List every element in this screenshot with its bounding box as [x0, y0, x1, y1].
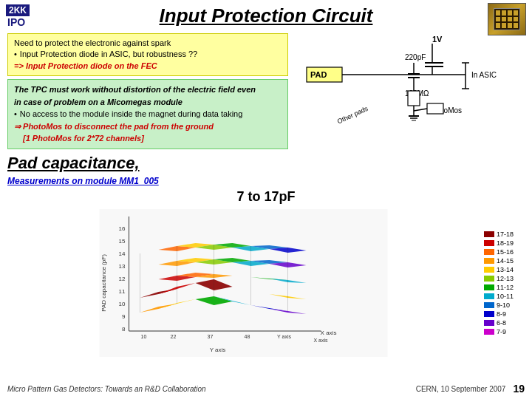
circuit-svg: 1V 220pF PAD In ASIC [296, 33, 525, 129]
legend-label: 13-14 [497, 266, 514, 273]
legend-item: 8-9 [484, 310, 525, 318]
legend-label: 11-12 [497, 284, 514, 291]
legend-label: 18-19 [497, 239, 514, 247]
bottom-section: Pad capacitance, Measurements on module … [0, 151, 532, 360]
green-line1: The TPC must work without distortion of … [14, 83, 282, 96]
legend-color-swatch [484, 320, 494, 326]
footer-left-text: Micro Pattern Gas Detectors: Towards an … [7, 385, 206, 393]
svg-rect-20 [408, 91, 420, 106]
svg-text:X axis: X axis [314, 338, 329, 343]
page-number: 19 [513, 383, 525, 395]
legend-color-swatch [484, 258, 494, 264]
chart-svg: PAD capacitance (pF) 8 9 10 11 12 13 14 … [7, 209, 480, 357]
left-column: Need to protect the electronic against s… [7, 33, 288, 149]
info-box-green: The TPC must work without distortion of … [7, 79, 288, 149]
info-box-yellow: Need to protect the electronic against s… [7, 33, 288, 76]
legend-item: 10-11 [484, 293, 525, 300]
legend-label: 15-16 [497, 248, 514, 256]
svg-text:220pF: 220pF [405, 53, 426, 61]
svg-text:8: 8 [122, 326, 126, 332]
legend-color-swatch [484, 329, 494, 335]
legend-label: 6-8 [497, 319, 506, 327]
info-bullet1: • Input Protection diode in ASIC, but ro… [14, 49, 282, 60]
svg-text:In ASIC: In ASIC [471, 71, 497, 79]
legend-item: 7-9 [484, 328, 525, 335]
pad-capacitance-title: Pad capacitance, [7, 154, 525, 173]
legend-color-swatch [484, 240, 494, 246]
svg-text:PAD capacitance (pF): PAD capacitance (pF) [100, 254, 107, 312]
green-arrow: ⇒ PhotoMos to disconnect the pad from th… [14, 120, 282, 133]
svg-text:14: 14 [119, 250, 126, 257]
svg-text:37: 37 [208, 334, 214, 339]
legend-color-swatch [484, 231, 494, 237]
legend-label: 8-9 [497, 310, 506, 318]
measurements-link[interactable]: Measurements on module MM1_005 [7, 176, 525, 186]
legend-label: 7-9 [497, 328, 506, 335]
info-line2: => Input Protection diode on the FEC [14, 61, 282, 72]
svg-text:10: 10 [141, 334, 147, 339]
legend-color-swatch [484, 293, 494, 299]
legend-label: 9-10 [497, 301, 510, 309]
header: 2KK IPO Input Protection Circuit [0, 0, 532, 32]
svg-text:11: 11 [119, 288, 126, 295]
svg-rect-23 [427, 103, 443, 114]
chip-image [488, 3, 526, 35]
legend-item: 6-8 [484, 319, 525, 327]
legend-item: 9-10 [484, 301, 525, 309]
svg-text:9: 9 [122, 313, 126, 320]
svg-text:Y axis: Y axis [277, 334, 291, 339]
legend-label: 14-15 [497, 257, 514, 265]
range-value: 7 to 17pF [7, 189, 525, 205]
top-content: Need to protect the electronic against s… [0, 32, 532, 151]
svg-line-24 [414, 109, 427, 111]
logo-top: 2K [9, 5, 20, 16]
svg-text:Other pads: Other pads [336, 105, 369, 126]
legend-label: 17-18 [497, 231, 514, 238]
legend-color-swatch [484, 276, 494, 282]
svg-text:PAD: PAD [310, 70, 327, 79]
legend-item: 11-12 [484, 284, 525, 291]
legend-color-swatch [484, 267, 494, 273]
legend-color-swatch [484, 249, 494, 255]
svg-text:Y axis: Y axis [210, 347, 226, 353]
svg-text:12: 12 [119, 276, 126, 282]
logo: 2KK IPO [6, 3, 50, 35]
circuit-1v-label: 1V [432, 35, 443, 44]
svg-text:13: 13 [119, 263, 126, 270]
info-line1: Need to protect the electronic against s… [14, 38, 282, 49]
svg-text:48: 48 [245, 334, 250, 339]
circuit-diagram: 1V 220pF PAD In ASIC [296, 33, 525, 149]
green-bullet1: •No access to the module inside the magn… [14, 108, 282, 120]
green-line2: in case of problem on a Micomegas module [14, 96, 282, 109]
green-bracket: [1 PhotoMos for 2*72 channels] [14, 132, 282, 145]
svg-text:15: 15 [119, 238, 126, 245]
chart-legend: 17-1818-1915-1614-1513-1412-1311-1210-11… [484, 209, 525, 357]
svg-text:16: 16 [119, 225, 126, 232]
legend-label: 12-13 [497, 275, 514, 282]
legend-item: 18-19 [484, 239, 525, 247]
footer-date: CERN, 10 September 2007 [416, 385, 506, 393]
svg-text:X axis: X axis [321, 330, 337, 336]
legend-item: 13-14 [484, 266, 525, 273]
footer: Micro Pattern Gas Detectors: Towards an … [7, 383, 525, 395]
page-title: Input Protection Circuit [160, 4, 373, 27]
legend-label: 10-11 [497, 293, 514, 300]
chart-3d-plot: PAD capacitance (pF) 8 9 10 11 12 13 14 … [7, 209, 480, 357]
logo-bottom: IPO [7, 16, 25, 28]
svg-text:22: 22 [171, 334, 177, 339]
legend-item: 15-16 [484, 248, 525, 256]
svg-text:10: 10 [119, 301, 126, 307]
legend-item: 12-13 [484, 275, 525, 282]
chart-area: PAD capacitance (pF) 8 9 10 11 12 13 14 … [7, 209, 525, 357]
legend-color-swatch [484, 284, 494, 290]
legend-item: 17-18 [484, 231, 525, 238]
legend-color-swatch [484, 302, 494, 308]
legend-color-swatch [484, 311, 494, 317]
legend-item: 14-15 [484, 257, 525, 265]
